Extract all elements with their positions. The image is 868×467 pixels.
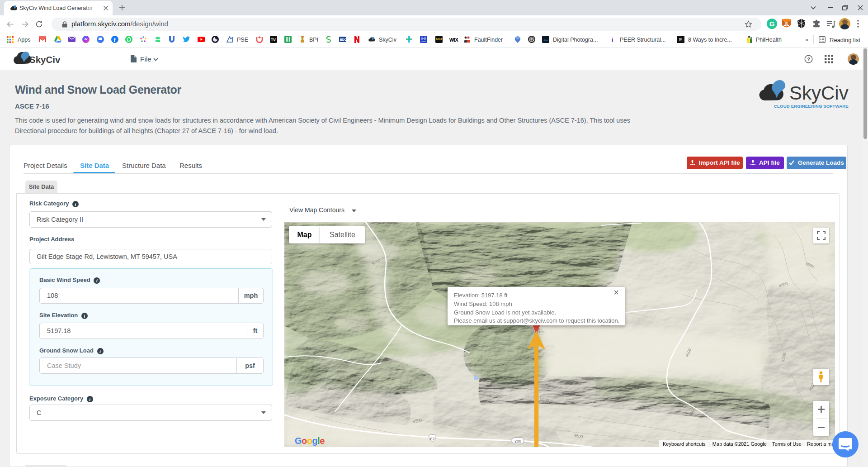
svg-text:200: 200	[514, 439, 521, 443]
svg-text:?: ?	[807, 57, 810, 62]
svg-text:SkyCiv: SkyCiv	[789, 82, 849, 104]
svg-text:87: 87	[430, 437, 434, 441]
svg-text:CLOUD ENGINEERING SOFTWARE: CLOUD ENGINEERING SOFTWARE	[774, 104, 849, 109]
svg-text:SkyCiv: SkyCiv	[29, 54, 61, 65]
